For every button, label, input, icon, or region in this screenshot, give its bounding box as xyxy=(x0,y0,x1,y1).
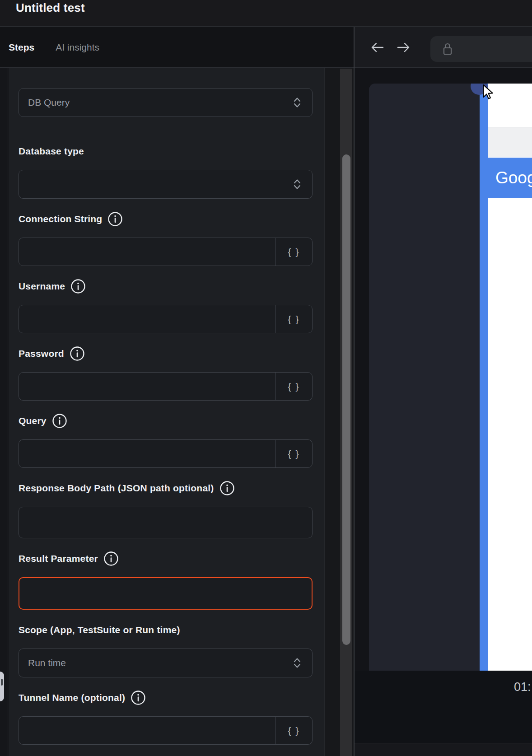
username-label: Username xyxy=(19,280,313,293)
drawer-handle-icon xyxy=(1,679,3,686)
page-white-region: Goog xyxy=(488,84,532,671)
elapsed-time: 01: xyxy=(514,680,531,694)
info-icon[interactable] xyxy=(131,690,146,705)
form-scroll-gutter xyxy=(325,68,354,756)
password-field: { } xyxy=(19,372,313,401)
step-settings-panel: DB Query Database type Connection String… xyxy=(9,68,325,756)
insert-variable-button[interactable]: { } xyxy=(275,238,312,266)
database-type-label: Database type xyxy=(19,145,313,158)
username-field: { } xyxy=(19,305,313,333)
curly-braces-icon: { } xyxy=(288,247,300,257)
collapsed-left-rail xyxy=(0,68,8,756)
bottom-strip xyxy=(355,743,532,756)
browser-toolbar xyxy=(355,27,532,68)
forward-arrow-icon[interactable] xyxy=(396,42,411,53)
scope-value: Run time xyxy=(28,658,66,668)
page-title: Untitled test xyxy=(16,1,85,15)
info-icon[interactable] xyxy=(70,279,86,294)
back-arrow-icon[interactable] xyxy=(370,42,385,53)
expand-panel-handle[interactable] xyxy=(0,672,4,701)
tunnel-name-label: Tunnel Name (optional) xyxy=(19,691,313,704)
page-gray-band xyxy=(488,127,532,157)
insert-variable-button[interactable]: { } xyxy=(275,373,312,400)
query-input[interactable] xyxy=(19,440,275,467)
connection-string-field: { } xyxy=(19,238,313,266)
left-tabs-row: Steps AI insights xyxy=(0,27,354,68)
info-icon[interactable] xyxy=(70,346,85,361)
app-header: Untitled test xyxy=(0,0,532,27)
info-icon[interactable] xyxy=(52,413,67,429)
response-body-path-field xyxy=(19,507,313,538)
scope-select[interactable]: Run time xyxy=(19,649,313,677)
response-body-path-input[interactable] xyxy=(19,507,312,538)
address-bar[interactable] xyxy=(430,36,532,62)
tab-steps[interactable]: Steps xyxy=(9,42,34,53)
curly-braces-icon: { } xyxy=(288,381,300,392)
tunnel-name-field: { } xyxy=(19,716,313,745)
curly-braces-icon: { } xyxy=(288,314,300,325)
insert-variable-button[interactable]: { } xyxy=(275,717,312,744)
username-input[interactable] xyxy=(19,305,275,333)
result-parameter-label: Result Parameter xyxy=(19,552,313,565)
page-dark-region xyxy=(369,84,480,671)
remote-screen-viewport[interactable]: Goog xyxy=(355,68,532,671)
database-type-select[interactable] xyxy=(19,170,313,199)
chevron-up-down-icon xyxy=(293,96,301,109)
step-type-select[interactable]: DB Query xyxy=(19,88,313,117)
page-blue-block: Goog xyxy=(488,158,532,198)
response-body-path-label: Response Body Path (JSON path optional) xyxy=(19,482,313,495)
chevron-up-down-icon xyxy=(293,178,301,191)
browser-preview-panel: Goog 01: xyxy=(355,27,532,756)
connection-string-label: Connection String xyxy=(19,213,313,225)
connection-string-input[interactable] xyxy=(19,238,275,266)
result-parameter-field xyxy=(19,577,313,610)
insert-variable-button[interactable]: { } xyxy=(275,305,312,333)
page-text: Goog xyxy=(495,158,532,198)
scope-label: Scope (App, TestSuite or Run time) xyxy=(19,624,313,636)
info-icon[interactable] xyxy=(219,481,235,496)
insert-variable-button[interactable]: { } xyxy=(275,440,312,467)
mouse-pointer-icon xyxy=(480,84,496,100)
curly-braces-icon: { } xyxy=(288,725,300,736)
page-blue-strip xyxy=(480,84,488,671)
password-input[interactable] xyxy=(19,373,275,400)
lock-icon xyxy=(442,42,453,56)
tunnel-name-input[interactable] xyxy=(19,717,275,744)
timeline-bar: 01: xyxy=(355,671,532,743)
step-type-value: DB Query xyxy=(28,97,70,108)
chevron-up-down-icon xyxy=(293,657,301,669)
query-field: { } xyxy=(19,439,313,468)
curly-braces-icon: { } xyxy=(288,448,300,459)
info-icon[interactable] xyxy=(107,211,123,227)
query-label: Query xyxy=(19,415,313,427)
scrollbar-thumb[interactable] xyxy=(342,154,350,645)
tab-ai-insights[interactable]: AI insights xyxy=(56,42,99,53)
page-screenshot: Goog xyxy=(369,84,532,671)
password-label: Password xyxy=(19,347,313,360)
result-parameter-input[interactable] xyxy=(19,578,312,609)
info-icon[interactable] xyxy=(103,551,119,566)
